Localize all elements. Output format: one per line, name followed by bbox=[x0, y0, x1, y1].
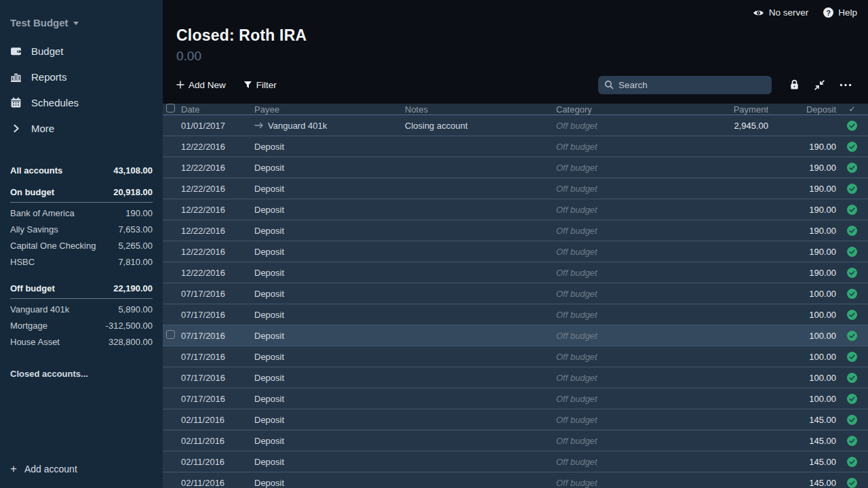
cell-deposit[interactable]: 100.00 bbox=[768, 331, 836, 341]
table-row[interactable]: 07/17/2016 Deposit Off budget 100.00 bbox=[163, 304, 868, 325]
cell-category[interactable]: Off budget bbox=[556, 457, 682, 467]
cell-deposit[interactable]: 145.00 bbox=[768, 478, 836, 488]
cell-category[interactable]: Off budget bbox=[556, 205, 682, 215]
cleared-icon[interactable] bbox=[847, 205, 857, 215]
cell-payee[interactable]: Deposit bbox=[254, 163, 405, 173]
sidebar-item-reports[interactable]: Reports bbox=[0, 64, 163, 89]
cell-deposit[interactable]: 190.00 bbox=[768, 205, 836, 215]
cell-category[interactable]: Off budget bbox=[556, 331, 682, 341]
row-checkbox[interactable] bbox=[166, 330, 175, 339]
server-status[interactable]: No server bbox=[753, 7, 809, 18]
sidebar-account-house-asset[interactable]: House Asset 328,800.00 bbox=[0, 333, 163, 350]
cell-deposit[interactable]: 100.00 bbox=[768, 373, 836, 383]
column-header-category[interactable]: Category bbox=[556, 104, 682, 115]
cell-deposit[interactable]: 145.00 bbox=[768, 415, 836, 425]
add-account-button[interactable]: + Add account bbox=[0, 452, 163, 488]
cell-date[interactable]: 12/22/2016 bbox=[181, 184, 254, 194]
table-row[interactable]: 12/22/2016 Deposit Off budget 190.00 bbox=[163, 262, 868, 283]
table-row[interactable]: 12/22/2016 Deposit Off budget 190.00 bbox=[163, 136, 868, 157]
cleared-icon[interactable] bbox=[847, 226, 857, 236]
column-header-deposit[interactable]: Deposit bbox=[768, 104, 836, 115]
cell-date[interactable]: 02/11/2016 bbox=[181, 457, 254, 467]
table-row[interactable]: 07/17/2016 Deposit Off budget 100.00 bbox=[163, 346, 868, 367]
cell-date[interactable]: 07/17/2016 bbox=[181, 373, 254, 383]
cell-category[interactable]: Off budget bbox=[556, 289, 682, 299]
more-options-button[interactable] bbox=[840, 83, 852, 87]
cell-category[interactable]: Off budget bbox=[556, 226, 682, 236]
cell-payee[interactable]: Vanguard 401k bbox=[254, 121, 405, 131]
table-row[interactable]: 12/22/2016 Deposit Off budget 190.00 bbox=[163, 241, 868, 262]
sidebar-account-bank-of-america[interactable]: Bank of America 190.00 bbox=[0, 205, 163, 221]
table-row[interactable]: 07/17/2016 Deposit Off budget 100.00 bbox=[163, 367, 868, 388]
cell-payee[interactable]: Deposit bbox=[254, 268, 405, 278]
cell-date[interactable]: 12/22/2016 bbox=[181, 226, 254, 236]
cell-payee[interactable]: Deposit bbox=[254, 226, 405, 236]
cleared-icon[interactable] bbox=[847, 415, 857, 425]
table-row[interactable]: 01/01/2017 Vanguard 401k Closing account… bbox=[163, 115, 868, 136]
table-row[interactable]: 07/17/2016 Deposit Off budget 100.00 bbox=[163, 283, 868, 304]
sidebar-account-hsbc[interactable]: HSBC 7,810.00 bbox=[0, 253, 163, 270]
cell-payee[interactable]: Deposit bbox=[254, 289, 405, 299]
sidebar-item-more[interactable]: More bbox=[0, 115, 163, 141]
cell-category[interactable]: Off budget bbox=[556, 142, 682, 152]
cell-notes[interactable]: Closing account bbox=[405, 121, 556, 131]
table-row[interactable]: 02/11/2016 Deposit Off budget 145.00 bbox=[163, 472, 868, 488]
column-header-payee[interactable]: Payee bbox=[254, 104, 405, 115]
cell-category[interactable]: Off budget bbox=[556, 247, 682, 257]
cell-category[interactable]: Off budget bbox=[556, 310, 682, 320]
cell-date[interactable]: 12/22/2016 bbox=[181, 142, 254, 152]
cell-category[interactable]: Off budget bbox=[556, 163, 682, 173]
cleared-icon[interactable] bbox=[847, 478, 857, 488]
cell-date[interactable]: 02/11/2016 bbox=[181, 436, 254, 446]
cleared-icon[interactable] bbox=[847, 457, 857, 467]
cleared-icon[interactable] bbox=[847, 436, 857, 446]
shrink-button[interactable] bbox=[814, 79, 825, 91]
table-row[interactable]: 12/22/2016 Deposit Off budget 190.00 bbox=[163, 157, 868, 178]
search-input[interactable] bbox=[598, 76, 772, 94]
cleared-icon[interactable] bbox=[847, 184, 857, 194]
cell-deposit[interactable]: 190.00 bbox=[768, 184, 836, 194]
cell-date[interactable]: 07/17/2016 bbox=[181, 310, 254, 320]
cell-date[interactable]: 07/17/2016 bbox=[181, 394, 254, 404]
table-row[interactable]: 02/11/2016 Deposit Off budget 145.00 bbox=[163, 451, 868, 472]
sidebar-item-schedules[interactable]: Schedules bbox=[0, 89, 163, 115]
off-budget-header[interactable]: Off budget 22,190.00 bbox=[10, 283, 153, 299]
cell-deposit[interactable]: 100.00 bbox=[768, 352, 836, 362]
column-header-payment[interactable]: Payment bbox=[682, 104, 768, 115]
cell-category[interactable]: Off budget bbox=[556, 436, 682, 446]
cleared-icon[interactable] bbox=[847, 310, 857, 320]
sidebar-account-mortgage[interactable]: Mortgage -312,500.00 bbox=[0, 317, 163, 333]
cleared-icon[interactable] bbox=[847, 373, 857, 383]
closed-accounts-link[interactable]: Closed accounts... bbox=[10, 369, 153, 379]
table-row[interactable]: 07/17/2016 Deposit Off budget 100.00 bbox=[163, 388, 868, 409]
cleared-icon[interactable] bbox=[847, 121, 857, 131]
table-row[interactable]: 02/11/2016 Deposit Off budget 145.00 bbox=[163, 409, 868, 430]
column-header-cleared[interactable]: ✓ bbox=[848, 104, 855, 114]
sidebar-account-capital-one-checking[interactable]: Capital One Checking 5,265.00 bbox=[0, 237, 163, 253]
cell-deposit[interactable]: 190.00 bbox=[768, 142, 836, 152]
cell-date[interactable]: 07/17/2016 bbox=[181, 289, 254, 299]
cell-payee[interactable]: Deposit bbox=[254, 247, 405, 257]
table-row[interactable]: 02/11/2016 Deposit Off budget 145.00 bbox=[163, 430, 868, 451]
cell-category[interactable]: Off budget bbox=[556, 268, 682, 278]
cell-payee[interactable]: Deposit bbox=[254, 331, 405, 341]
cell-date[interactable]: 12/22/2016 bbox=[181, 268, 254, 278]
table-row[interactable]: 12/22/2016 Deposit Off budget 190.00 bbox=[163, 178, 868, 199]
cell-deposit[interactable]: 190.00 bbox=[768, 247, 836, 257]
cell-payee[interactable]: Deposit bbox=[254, 373, 405, 383]
table-row[interactable]: 07/17/2016 Deposit Off budget 100.00 bbox=[163, 325, 868, 346]
lock-button[interactable] bbox=[789, 79, 800, 90]
cell-date[interactable]: 12/22/2016 bbox=[181, 247, 254, 257]
cell-payee[interactable]: Deposit bbox=[254, 310, 405, 320]
cell-payee[interactable]: Deposit bbox=[254, 415, 405, 425]
cleared-icon[interactable] bbox=[847, 163, 857, 173]
cell-deposit[interactable]: 145.00 bbox=[768, 457, 836, 467]
cell-date[interactable]: 02/11/2016 bbox=[181, 478, 254, 488]
cell-date[interactable]: 02/11/2016 bbox=[181, 415, 254, 425]
cell-category[interactable]: Off budget bbox=[556, 415, 682, 425]
on-budget-header[interactable]: On budget 20,918.00 bbox=[10, 187, 153, 203]
cell-payee[interactable]: Deposit bbox=[254, 457, 405, 467]
budget-switcher[interactable]: Test Budget bbox=[0, 0, 163, 33]
all-accounts-row[interactable]: All accounts 43,108.00 bbox=[0, 161, 163, 179]
cell-date[interactable]: 07/17/2016 bbox=[181, 352, 254, 362]
